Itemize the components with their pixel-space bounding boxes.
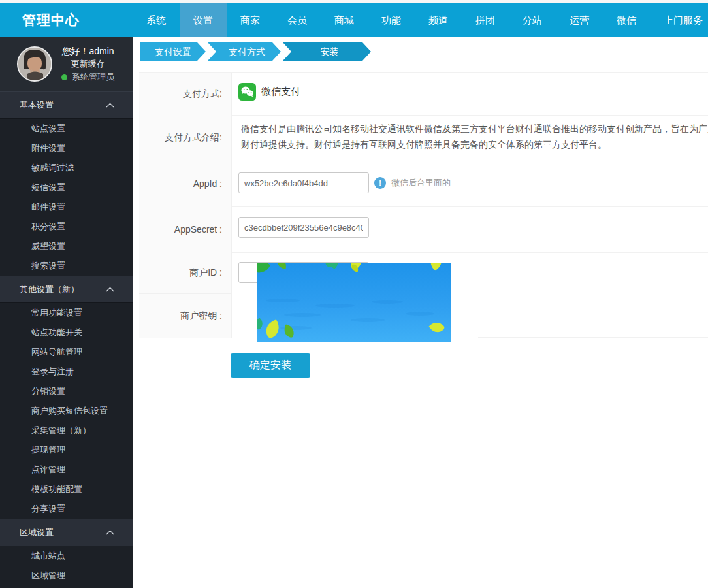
user-panel: 您好！admin 更新缓存 系统管理员 [0, 37, 133, 91]
sidebar-item[interactable]: 采集管理（新） [0, 421, 133, 440]
chevron-up-icon [106, 103, 114, 108]
top-nav-item-label: 商家 [240, 14, 260, 27]
main-content: 支付设置 支付方式 安装 支付方式: 支付方式介绍: AppId : AppSe… [133, 37, 708, 588]
sidebar-item[interactable]: 登录与注册 [0, 362, 133, 382]
merchant-id-label: 商户ID : [139, 252, 231, 293]
confirm-install-button[interactable]: 确定安装 [231, 353, 310, 378]
sidebar-item-label: 附件设置 [31, 143, 65, 153]
form-label-column: 支付方式: 支付方式介绍: AppId : AppSecret : 商户ID :… [139, 73, 232, 338]
sidebar-group-other-settings: 常用功能设置 站点功能开关 网站导航管理 登录与注册 分销设置 [0, 303, 133, 519]
sidebar-item-label: 网站导航管理 [31, 347, 82, 357]
user-role-label: 系统管理员 [72, 71, 114, 83]
top-nav-item-label: 上门服务 [664, 14, 703, 27]
sidebar-item-label: 区域管理 [31, 570, 65, 580]
top-nav-item[interactable]: 系统 [133, 3, 180, 37]
sidebar-item[interactable]: 站点设置 [0, 119, 133, 139]
sidebar-item-label: 搜索设置 [31, 261, 65, 270]
sidebar-item[interactable]: 分享设置 [0, 499, 133, 519]
sidebar-item-label: 分销设置 [31, 386, 65, 396]
top-nav-item[interactable]: 频道 [415, 3, 462, 37]
sidebar-item-label: 分享设置 [31, 504, 65, 514]
sidebar-section-title: 基本设置 [20, 99, 54, 111]
sidebar-item-label: 提现管理 [31, 445, 65, 455]
appid-hint-text: 微信后台里面的 [391, 177, 451, 189]
sidebar-item[interactable]: 模板功能配置 [0, 480, 133, 499]
sidebar-item[interactable]: 常用功能设置 [0, 303, 133, 323]
sidebar-item-label: 登录与注册 [31, 367, 74, 376]
sidebar-item-label: 商户购买短信包设置 [31, 406, 108, 416]
app-title: 管理中心 [0, 3, 133, 37]
appid-hint: ! 微信后台里面的 [374, 177, 451, 189]
payment-method-name: 微信支付 [261, 86, 300, 98]
breadcrumb-step-payment-settings[interactable]: 支付设置 [140, 42, 206, 61]
sidebar-item[interactable]: 商户购买短信包设置 [0, 401, 133, 421]
sidebar-section-other-settings[interactable]: 其他设置（新） [0, 276, 133, 303]
breadcrumb-step-install[interactable]: 安装 [283, 42, 371, 61]
breadcrumb-step-payment-method[interactable]: 支付方式 [208, 42, 281, 61]
top-nav-item-label: 分站 [523, 14, 542, 27]
sidebar-item-label: 模板功能配置 [31, 484, 82, 494]
payment-intro-label: 支付方式介绍: [139, 115, 231, 161]
top-nav-item[interactable]: 微信 [603, 3, 650, 37]
chevron-up-icon [106, 287, 114, 292]
sidebar-section-region-settings[interactable]: 区域设置 [0, 519, 133, 546]
top-nav-item[interactable]: 运营 [556, 3, 603, 37]
sidebar-item-label: 邮件设置 [31, 202, 65, 212]
payment-method-value: 微信支付 [238, 83, 300, 101]
user-role: 系统管理员 [61, 71, 114, 83]
top-nav-item[interactable]: 分站 [509, 3, 556, 37]
top-nav-item[interactable]: 上门服务 [650, 3, 708, 37]
appsecret-label: AppSecret : [139, 206, 231, 252]
appid-label: AppId : [139, 161, 231, 206]
update-cache-link[interactable]: 更新缓存 [61, 58, 114, 70]
sidebar-item-label: 点评管理 [31, 465, 65, 474]
top-nav-item[interactable]: 功能 [368, 3, 415, 37]
sidebar-item[interactable]: 网站导航管理 [0, 342, 133, 362]
sidebar-section-title: 其他设置（新） [20, 284, 79, 295]
top-nav-item-label: 频道 [428, 14, 448, 27]
top-nav-item[interactable]: 商城 [321, 3, 368, 37]
top-nav-item-label: 运营 [570, 14, 589, 27]
sidebar-item-label: 短信设置 [31, 182, 65, 192]
sidebar-item[interactable]: 附件设置 [0, 139, 133, 158]
sidebar-section-title: 区域设置 [20, 527, 54, 538]
sidebar-item[interactable]: 短信设置 [0, 178, 133, 197]
sidebar-item[interactable]: 敏感词过滤 [0, 158, 133, 178]
top-nav-item-label: 商城 [334, 14, 354, 27]
sidebar-item-label: 采集管理（新） [31, 425, 91, 435]
sidebar-item[interactable]: 点评管理 [0, 460, 133, 480]
sidebar: 您好！admin 更新缓存 系统管理员 基本设置 站点设置 [0, 37, 133, 588]
sidebar-item[interactable]: 威望设置 [0, 237, 133, 256]
sidebar-item[interactable]: 分销设置 [0, 382, 133, 401]
sidebar-item-label: 威望设置 [31, 241, 65, 251]
sidebar-item-label: 积分设置 [31, 221, 65, 231]
sidebar-item[interactable]: 积分设置 [0, 217, 133, 237]
avatar-photo [18, 48, 51, 80]
sidebar-item[interactable]: 站点功能开关 [0, 323, 133, 342]
sidebar-item-label: 城市站点 [31, 551, 65, 561]
sidebar-item[interactable]: 搜索设置 [0, 256, 133, 276]
top-nav-item[interactable]: 设置 [180, 3, 227, 37]
sidebar-section-basic-settings[interactable]: 基本设置 [0, 91, 133, 119]
sidebar-item-label: 站点功能开关 [31, 327, 82, 337]
sidebar-item-label: 敏感词过滤 [31, 163, 74, 172]
top-nav-item[interactable]: 拼团 [462, 3, 509, 37]
appid-input[interactable] [238, 172, 369, 193]
chevron-up-icon [106, 530, 114, 535]
sidebar-group-region-settings: 城市站点 区域管理 [0, 546, 133, 585]
top-nav-item-label: 系统 [146, 14, 166, 27]
sidebar-item[interactable]: 邮件设置 [0, 197, 133, 217]
top-nav-menu: 系统 设置 商家 会员 商城 功能 [133, 3, 708, 37]
appsecret-input[interactable] [238, 217, 369, 238]
top-nav-item-label: 会员 [287, 14, 307, 27]
top-nav-item[interactable]: 商家 [227, 3, 274, 37]
user-greeting: 您好！admin [61, 45, 114, 57]
admin-app: 管理中心 系统 设置 商家 会员 商城 [0, 0, 708, 588]
top-nav-item[interactable]: 会员 [274, 3, 321, 37]
sidebar-item[interactable]: 区域管理 [0, 566, 133, 585]
breadcrumb: 支付设置 支付方式 安装 [140, 42, 371, 61]
top-nav-item-label: 拼团 [475, 14, 495, 27]
wechat-pay-icon [238, 83, 256, 101]
sidebar-item[interactable]: 城市站点 [0, 546, 133, 566]
sidebar-item[interactable]: 提现管理 [0, 440, 133, 460]
